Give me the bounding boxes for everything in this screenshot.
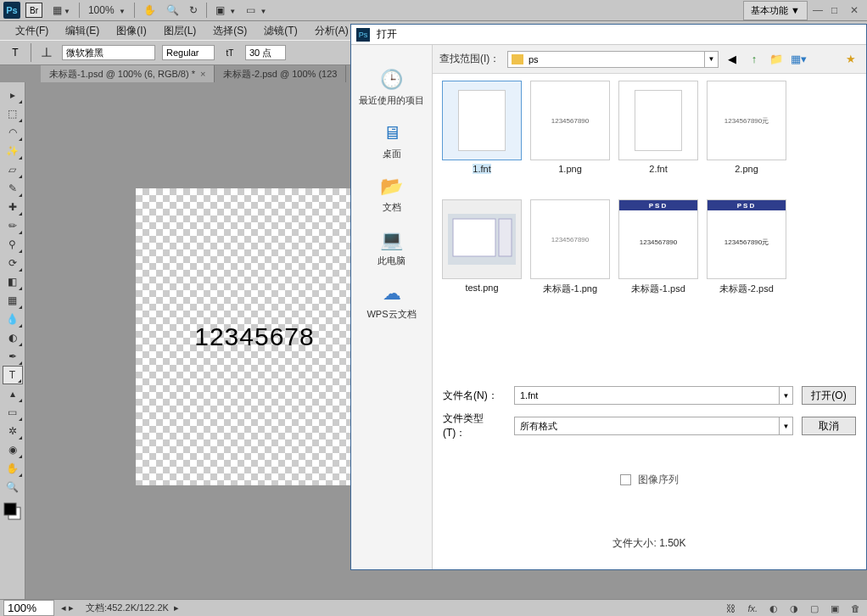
new-folder-button[interactable]: 📁 [768,52,785,67]
status-zoom-input[interactable] [3,600,54,616]
document-tab-label: 未标题-2.psd @ 100% (123 [223,68,337,81]
shape-tool-icon[interactable]: ▭ [3,403,23,422]
up-button[interactable]: ↑ [746,52,763,67]
back-button[interactable]: ◀ [724,52,741,67]
history-brush-icon[interactable]: ⟳ [3,254,23,272]
filename-input[interactable]: 1.fnt▼ [514,386,793,405]
file-item[interactable]: 1234567890 1.png [528,81,612,191]
wand-tool-icon[interactable]: ✨ [3,142,23,160]
font-family-input[interactable] [62,45,155,60]
place-desktop[interactable]: 🖥桌面 [378,122,406,160]
place-documents[interactable]: 📂文档 [378,176,406,214]
status-bar: ◂ ▸ 文档:452.2K/122.2K ▸ ⛓ fx. ◐ ◑ ▢ ▣ 🗑 [0,599,867,616]
text-tool-preset-icon[interactable]: T [7,44,24,61]
menu-filter[interactable]: 滤镜(T) [255,21,305,41]
dialog-titlebar[interactable]: Ps 打开 [351,25,866,45]
fx-icon[interactable]: fx. [747,603,758,614]
stamp-tool-icon[interactable]: ⚲ [3,235,23,254]
hand-icon[interactable]: ✋ [138,4,161,16]
place-thispc[interactable]: 💻此电脑 [378,229,406,267]
crop-tool-icon[interactable]: ▱ [3,160,23,179]
font-weight-input[interactable] [162,45,215,60]
place-wpscloud[interactable]: ☁WPS云文档 [366,283,416,321]
heal-tool-icon[interactable]: ✚ [3,198,23,216]
menu-layer[interactable]: 图层(L) [155,21,205,41]
close-tab-icon[interactable]: × [200,69,205,79]
adjust-icon[interactable]: ◑ [790,603,798,614]
3d-tool-icon[interactable]: ✲ [3,422,23,440]
document-tab-label: 未标题-1.psd @ 100% (6, RGB/8) * [49,68,195,81]
folder-icon [512,54,523,64]
bridge-icon[interactable]: Br [25,3,42,18]
file-item[interactable]: 2.fnt [616,81,701,191]
filetype-dropdown[interactable]: 所有格式▼ [514,417,793,435]
brush-tool-icon[interactable]: ✏ [3,216,23,235]
workspace-dropdown[interactable]: 基本功能 ▼ [743,1,808,20]
tools-panel: ▸ ⬚ ◠ ✨ ▱ ✎ ✚ ✏ ⚲ ⟳ ◧ ▦ 💧 ◐ ✒ T ▴ ▭ ✲ ◉ … [0,82,25,599]
document-tab[interactable]: 未标题-2.psd @ 100% (123 [215,65,346,82]
file-item[interactable]: 1234567890元 2.png [704,81,789,191]
close-button[interactable]: ✕ [850,4,864,16]
path-select-icon[interactable]: ▴ [3,384,23,403]
zoom-display[interactable]: 100% ▼ [83,4,131,16]
zoom-tool-icon[interactable]: 🔍 [3,478,23,496]
dialog-ps-icon: Ps [356,28,370,42]
view-mode-button[interactable]: ▦▾ [790,52,807,67]
dodge-tool-icon[interactable]: ◐ [3,328,23,347]
image-sequence-label: 图像序列 [638,473,679,485]
status-doc-info: 文档:452.2K/122.2K [86,602,169,614]
menu-file[interactable]: 文件(F) [7,21,57,41]
lasso-tool-icon[interactable]: ◠ [3,123,23,142]
menu-image[interactable]: 图像(I) [108,21,154,41]
font-size-input[interactable] [245,45,286,60]
pen-tool-icon[interactable]: ✒ [3,347,23,366]
eraser-tool-icon[interactable]: ◧ [3,272,23,291]
minimize-button[interactable]: — [813,4,826,16]
file-item[interactable]: 1234567890 未标题-1.png [528,199,612,310]
screen-mode-icon[interactable]: ▭ ▼ [241,4,271,16]
marquee-tool-icon[interactable]: ⬚ [3,104,23,123]
folder-icon[interactable]: ▢ [810,603,819,614]
text-orientation-icon[interactable]: 丄 [38,44,55,61]
reel-icon[interactable]: ▦▼ [48,4,76,16]
file-item[interactable]: 1.fnt [439,81,524,191]
menu-select[interactable]: 选择(S) [204,21,255,41]
file-item[interactable]: test.png [439,199,524,310]
blur-tool-icon[interactable]: 💧 [3,310,23,328]
panel-shortcut-icons: ⛓ fx. ◐ ◑ ▢ ▣ 🗑 [726,603,860,614]
file-item[interactable]: PSD1234567890 未标题-1.psd [616,199,701,310]
cancel-button[interactable]: 取消 [802,417,856,435]
hand-tool-icon[interactable]: ✋ [3,459,23,478]
eyedropper-tool-icon[interactable]: ✎ [3,179,23,198]
image-sequence-checkbox[interactable] [620,474,631,485]
zoom-icon[interactable]: 🔍 [161,4,184,16]
arrange-docs-icon[interactable]: ▣ ▼ [210,4,241,16]
links-icon[interactable]: ⛓ [726,603,736,614]
document-tab[interactable]: 未标题-1.psd @ 100% (6, RGB/8) * × [41,65,215,82]
favorite-icon[interactable]: ★ [842,52,859,67]
camera-tool-icon[interactable]: ◉ [3,440,23,459]
place-recent[interactable]: 🕒最近使用的项目 [359,69,424,107]
svg-rect-4 [499,219,512,256]
menu-edit[interactable]: 编辑(E) [57,21,108,41]
gradient-tool-icon[interactable]: ▦ [3,291,23,310]
filetype-label: 文件类型(T)： [443,412,506,440]
mask-icon[interactable]: ◐ [769,603,778,614]
rotate-view-icon[interactable]: ↻ [184,4,203,16]
file-item[interactable]: PSD1234567890元 未标题-2.psd [704,199,789,310]
trash-icon[interactable]: 🗑 [851,603,860,614]
open-dialog: Ps 打开 🕒最近使用的项目 🖥桌面 📂文档 💻此电脑 ☁WPS云文档 查找范围… [350,24,867,570]
application-bar: Ps Br ▦▼ 100% ▼ ✋ 🔍 ↻ ▣ ▼ ▭ ▼ 基本功能 ▼ — □… [0,0,867,21]
move-tool-icon[interactable]: ▸ [3,86,23,104]
type-tool-icon[interactable]: T [3,366,23,384]
file-size-label: 文件大小: 1.50K [443,502,856,559]
search-scope-label: 查找范围(I)： [439,52,502,66]
maximize-button[interactable]: □ [831,4,845,16]
canvas[interactable]: 12345678 [136,188,373,485]
color-swatch[interactable] [3,501,23,524]
folder-dropdown[interactable]: ps ▼ [507,51,719,68]
menu-analyze[interactable]: 分析(A) [306,21,357,41]
open-button[interactable]: 打开(O) [802,386,856,405]
new-layer-icon[interactable]: ▣ [831,603,839,614]
svg-rect-3 [453,219,495,256]
